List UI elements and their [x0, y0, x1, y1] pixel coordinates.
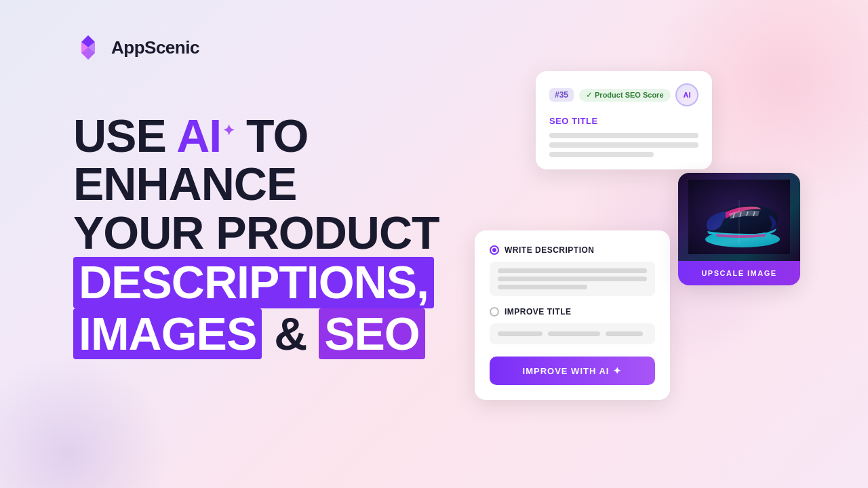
hero-seo: SEO — [319, 308, 425, 359]
hero-line-1: USE AI✦ TO — [73, 112, 467, 160]
upscale-image-button[interactable]: UPSCALE IMAGE — [678, 261, 800, 285]
ai-sparkle: ✦ — [222, 123, 234, 138]
seo-score-label: Product SEO Score — [595, 91, 663, 99]
bg-blob-2 — [0, 352, 170, 488]
seo-line-3 — [549, 152, 654, 157]
seo-badge-row: #35 ✓ Product SEO Score — [549, 88, 671, 102]
logo-icon — [73, 33, 103, 62]
shoe-image — [688, 180, 790, 254]
check-icon: ✓ — [586, 91, 592, 100]
ai-refresh-button[interactable]: AI — [675, 83, 698, 106]
seo-card-header: #35 ✓ Product SEO Score AI — [549, 83, 698, 106]
improve-title-label: IMPROVE TITLE — [505, 307, 572, 317]
write-description-label: WRITE DESCRIPTION — [505, 245, 595, 255]
hero-descriptions: DESCRIPTIONS, — [73, 257, 434, 308]
hero-ai: AI — [176, 110, 221, 161]
seo-line-1 — [549, 133, 698, 138]
seo-score-badge: ✓ Product SEO Score — [579, 89, 670, 102]
title-line-1 — [498, 331, 542, 336]
title-input-area[interactable] — [490, 323, 655, 344]
improve-btn-label: IMPROVE WITH AI — [523, 366, 610, 376]
hero-section: USE AI✦ TO ENHANCE YOUR PRODUCT DESCRIPT… — [73, 112, 467, 359]
logo-area: AppScenic — [73, 33, 199, 62]
desc-line-1 — [498, 268, 647, 273]
title-line-2 — [548, 331, 600, 336]
seo-title-label: SEO TITLE — [549, 116, 698, 126]
write-description-radio[interactable] — [490, 245, 499, 255]
shoe-image-area — [678, 173, 800, 261]
improve-title-option[interactable]: IMPROVE TITLE — [490, 307, 655, 317]
hero-line-4: DESCRIPTIONS, — [73, 257, 467, 308]
sparkle-icon: ✦ — [613, 365, 622, 376]
description-input-area[interactable] — [490, 262, 655, 296]
hero-images: IMAGES — [73, 308, 262, 359]
write-description-option[interactable]: WRITE DESCRIPTION — [490, 245, 655, 255]
improve-title-radio[interactable] — [490, 307, 499, 317]
seo-line-2 — [549, 142, 698, 148]
logo-text: AppScenic — [111, 37, 199, 58]
title-line-3 — [606, 331, 643, 336]
desc-line-2 — [498, 277, 647, 281]
seo-number-badge: #35 — [549, 88, 574, 102]
description-card: WRITE DESCRIPTION IMPROVE TITLE IMPROVE … — [475, 230, 670, 400]
hero-line-3: YOUR PRODUCT — [73, 209, 467, 257]
upscale-card: UPSCALE IMAGE — [678, 173, 800, 285]
seo-card: #35 ✓ Product SEO Score AI SEO TITLE — [536, 71, 712, 169]
seo-content-lines — [549, 133, 698, 157]
hero-to: TO — [234, 110, 308, 161]
hero-line-2: ENHANCE — [73, 160, 467, 208]
desc-line-3 — [498, 285, 587, 289]
ai-label: AI — [684, 91, 691, 99]
hero-and: & — [262, 308, 319, 359]
hero-use: USE — [73, 110, 176, 161]
improve-with-ai-button[interactable]: IMPROVE WITH AI ✦ — [490, 357, 655, 385]
hero-line-5: IMAGES & SEO — [73, 308, 467, 359]
